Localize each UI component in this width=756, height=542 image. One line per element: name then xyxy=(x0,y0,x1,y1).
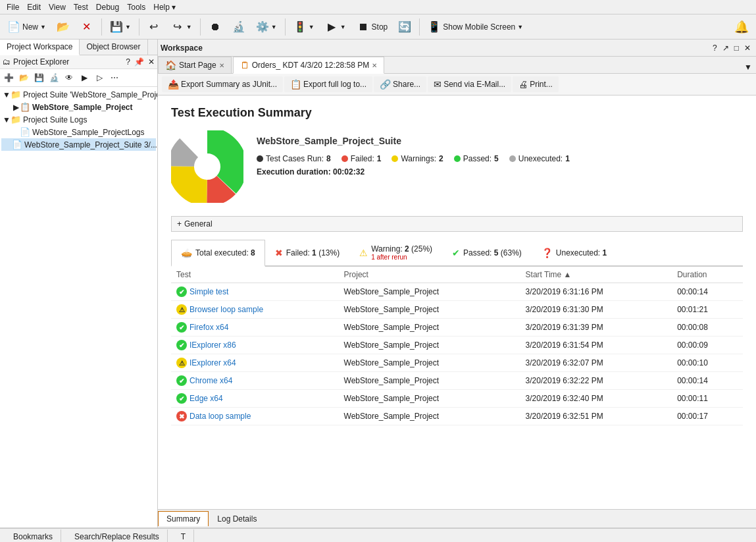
tree-arrow-suite[interactable]: ▼ xyxy=(3,90,11,99)
content-area: Test Execution Summary xyxy=(158,95,756,509)
tree-arrow-logs[interactable]: ▼ xyxy=(3,115,11,124)
close-button[interactable]: ✕ xyxy=(76,18,98,36)
cell-duration: 00:00:09 xyxy=(672,337,743,354)
pie-chart xyxy=(171,130,243,203)
res-tab-passed[interactable]: ✔ Passed: 5 (63%) xyxy=(442,240,532,265)
send-email-btn[interactable]: ✉ Send via E-Mail... xyxy=(428,76,511,92)
record-button[interactable]: ⏺ xyxy=(204,18,226,36)
tree-item-logs-root[interactable]: ▼ 📁 Project Suite Logs xyxy=(1,113,156,126)
test-link[interactable]: Edge x64 xyxy=(189,394,223,403)
toolbar-sep-4 xyxy=(285,18,286,36)
res-tab-unexecuted[interactable]: ❓ Unexecuted: 1 xyxy=(532,240,617,265)
test-link[interactable]: IExplorer x86 xyxy=(189,340,236,350)
tab-orders[interactable]: 🗒 Orders_ KDT 4/3/20 12:28:58 PM ✕ xyxy=(233,57,385,74)
menu-debug[interactable]: Debug xyxy=(92,1,123,13)
test-link[interactable]: Browser loop sample xyxy=(189,305,263,314)
project-icon: 📋 xyxy=(20,102,30,112)
bot-tab-summary[interactable]: Summary xyxy=(158,511,209,526)
table-row[interactable]: ✔ Firefox x64 WebStore_Sample_Project 3/… xyxy=(171,319,743,337)
tab-orders-close[interactable]: ✕ xyxy=(372,62,377,69)
project-workspace-tab[interactable]: Project Workspace xyxy=(0,40,80,55)
test-link[interactable]: Data loop sample xyxy=(189,412,251,421)
workspace-help[interactable]: ? xyxy=(710,43,720,53)
new-button[interactable]: 📄 New ▼ xyxy=(3,18,51,36)
exp-open-btn[interactable]: 📂 xyxy=(16,70,31,85)
table-row[interactable]: ✖ Data loop sample WebStore_Sample_Proje… xyxy=(171,408,743,425)
redo-button[interactable]: ↪ ▼ xyxy=(166,18,197,36)
refresh-button[interactable]: 🔄 xyxy=(393,18,416,36)
exp-save-btn[interactable]: 💾 xyxy=(32,70,46,85)
bot-tab-log-details[interactable]: Log Details xyxy=(209,511,265,527)
open-button[interactable]: 📂 xyxy=(52,18,74,36)
spy-button[interactable]: 🔬 xyxy=(228,18,250,36)
col-test[interactable]: Test xyxy=(171,267,339,283)
undo-button[interactable]: ↩ xyxy=(143,18,165,36)
menu-file[interactable]: File xyxy=(3,1,23,13)
notification-button[interactable]: 🔔 xyxy=(730,17,753,37)
save-button[interactable]: 💾 ▼ xyxy=(105,18,136,36)
menu-help[interactable]: Help ▾ xyxy=(149,1,180,13)
col-duration[interactable]: Duration xyxy=(672,267,743,283)
workspace-close[interactable]: ✕ xyxy=(742,43,753,53)
menu-test[interactable]: Test xyxy=(70,1,92,13)
test-link[interactable]: Chrome x64 xyxy=(189,376,232,385)
exp-run-btn[interactable]: ▶ xyxy=(77,70,91,85)
exp-record-btn[interactable]: 🔬 xyxy=(47,70,61,85)
bp-tab-t[interactable]: T xyxy=(173,529,194,543)
menu-view[interactable]: View xyxy=(45,1,70,13)
tree-item-project[interactable]: ▶ 📋 WebStore_Sample_Project xyxy=(1,101,156,113)
toolbar-sep-5 xyxy=(419,18,420,36)
workspace-max[interactable]: □ xyxy=(732,43,742,53)
tab-area-wrap: Test Execution Summary xyxy=(158,95,756,528)
settings-button[interactable]: ⚙️ ▼ xyxy=(251,18,282,36)
object-browser-tab[interactable]: Object Browser xyxy=(80,40,147,55)
export-junit-btn[interactable]: 📤 Export Summary as JUnit... xyxy=(162,76,283,92)
explorer-pin-icon[interactable]: 📌 xyxy=(134,57,144,67)
share-btn[interactable]: 🔗 Share... xyxy=(374,76,426,92)
tabs-dropdown[interactable]: ▼ xyxy=(740,61,756,73)
cell-duration: 00:00:17 xyxy=(672,408,743,425)
tab-start-close[interactable]: ✕ xyxy=(219,62,224,69)
table-row[interactable]: ✔ Simple test WebStore_Sample_Project 3/… xyxy=(171,283,743,301)
res-tab-warning[interactable]: ⚠ Warning: 2 (25%) 1 after rerun xyxy=(349,240,442,265)
table-row[interactable]: ✔ Edge x64 WebStore_Sample_Project 3/20/… xyxy=(171,390,743,408)
col-project[interactable]: Project xyxy=(339,267,520,283)
table-row[interactable]: ⚠ Browser loop sample WebStore_Sample_Pr… xyxy=(171,301,743,319)
test-link[interactable]: Firefox x64 xyxy=(189,323,228,332)
redo-icon: ↪ xyxy=(171,20,184,34)
res-tab-failed[interactable]: ✖ Failed: 1 (13%) xyxy=(265,240,349,265)
print-btn[interactable]: 🖨 Print... xyxy=(513,76,559,92)
tab-start-page[interactable]: 🏠 Start Page ✕ xyxy=(158,57,232,73)
explorer-help-icon[interactable]: ? xyxy=(126,57,130,67)
cell-start: 3/20/2019 6:32:07 PM xyxy=(520,354,672,372)
stop-button[interactable]: ⏹ Stop xyxy=(352,18,393,36)
exp-more-btn[interactable]: ⋯ xyxy=(107,70,122,85)
general-bar[interactable]: + General xyxy=(171,216,743,232)
explorer-close-icon[interactable]: ✕ xyxy=(148,57,155,67)
export-log-btn[interactable]: 📋 Export full log to... xyxy=(284,76,372,92)
exp-spy-btn[interactable]: 👁 xyxy=(62,70,76,85)
menu-edit[interactable]: Edit xyxy=(23,1,45,13)
tree-item-suite[interactable]: ▼ 📁 Project Suite 'WebStore_Sample_Proje… xyxy=(1,88,156,101)
workspace-float[interactable]: ↗ xyxy=(720,43,732,53)
exp-run2-btn[interactable]: ▷ xyxy=(92,70,107,85)
tree-arrow-project[interactable]: ▶ xyxy=(12,103,20,112)
mobile-button[interactable]: 📱 Show Mobile Screen ▼ xyxy=(423,18,528,36)
exp-add-btn[interactable]: ➕ xyxy=(1,70,16,85)
table-row[interactable]: ✔ IExplorer x86 WebStore_Sample_Project … xyxy=(171,337,743,354)
table-row[interactable]: ✔ Chrome x64 WebStore_Sample_Project 3/2… xyxy=(171,372,743,390)
run-dropdown: ▼ xyxy=(309,24,315,30)
play-button[interactable]: ▶ ▼ xyxy=(320,18,351,36)
bp-tab-search[interactable]: Search/Replace Results xyxy=(66,529,168,543)
menu-tools[interactable]: Tools xyxy=(123,1,149,13)
bp-tab-bookmarks[interactable]: Bookmarks xyxy=(5,529,61,543)
tree-item-log1[interactable]: 📄 WebStore_Sample_ProjectLogs xyxy=(1,126,156,138)
res-tab-total[interactable]: 🥧 Total executed: 8 xyxy=(171,240,265,267)
run-button[interactable]: 🚦 ▼ xyxy=(289,18,319,36)
tree-item-log2[interactable]: 📄 WebStore_Sample_Project_Suite 3/... xyxy=(1,138,156,151)
col-start[interactable]: Start Time ▲ xyxy=(520,267,672,283)
play-dropdown: ▼ xyxy=(340,24,346,30)
test-link[interactable]: Simple test xyxy=(189,287,228,296)
test-link[interactable]: IExplorer x64 xyxy=(189,358,236,367)
table-row[interactable]: ⚠ IExplorer x64 WebStore_Sample_Project … xyxy=(171,354,743,372)
